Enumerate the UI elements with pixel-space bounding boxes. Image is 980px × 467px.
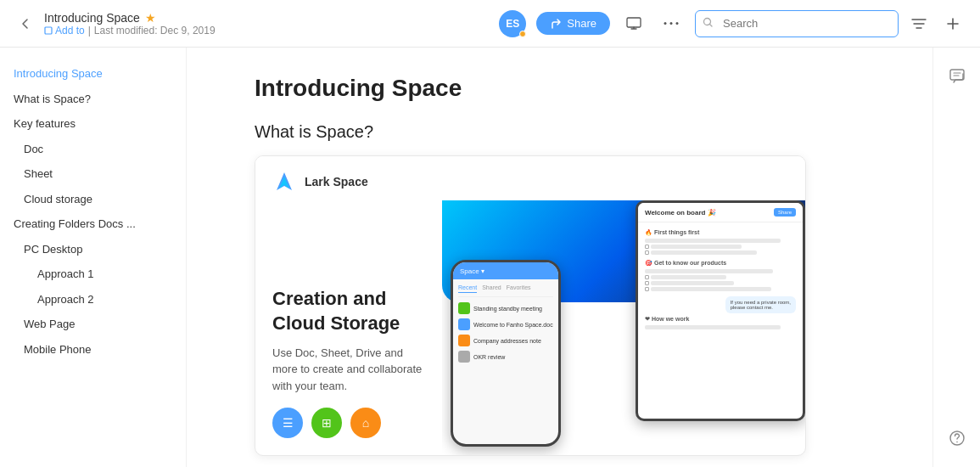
main-content: Introducing Space What is Space? Lark Sp… [187, 48, 932, 467]
comment-button[interactable] [942, 61, 972, 92]
doc-icon[interactable]: ☰ [272, 408, 303, 438]
star-icon[interactable]: ★ [145, 11, 156, 25]
tablet-actions: Share [774, 208, 796, 217]
phone-row-4: OKR review [458, 351, 553, 363]
tablet-line-s2-3 [651, 287, 771, 291]
phone-mockup: Space ▾ Recent Shared Favorites [451, 260, 561, 447]
add-to-link[interactable]: Add to [44, 25, 85, 37]
tablet-mockup: Welcome on board 🎉 Share 🔥 First things … [636, 200, 805, 421]
page-body: Introducing Space What is Space? Key fea… [0, 48, 980, 467]
tablet-action-btn: Share [774, 208, 796, 217]
search-icon [703, 17, 714, 31]
sidebar-item-approach-1[interactable]: Approach 1 [0, 262, 186, 287]
add-to-label: Add to [55, 25, 85, 37]
tablet-bubble-area: If you need a private room,please contac… [645, 296, 796, 316]
right-panel [932, 48, 980, 467]
phone-status-bar: Space ▾ [453, 262, 558, 279]
page-title: Introducing Space [255, 75, 865, 102]
svg-point-4 [676, 22, 679, 25]
topbar: Introducing Space ★ Add to | Last modifi… [0, 0, 980, 48]
doc-title-area: Introducing Space ★ Add to | Last modifi… [44, 11, 216, 37]
sidebar-item-sheet[interactable]: Sheet [0, 161, 186, 187]
sidebar-item-introducing-space[interactable]: Introducing Space [0, 61, 186, 87]
svg-point-2 [664, 22, 667, 25]
tablet-line-s3 [645, 325, 781, 329]
search-input[interactable] [695, 10, 899, 37]
sidebar: Introducing Space What is Space? Key fea… [0, 48, 187, 467]
search-container [695, 10, 899, 37]
card-icons-row: ☰ ⊞ ⌂ [272, 394, 425, 438]
topbar-right [695, 10, 966, 37]
phone-row-1: Standing standby meeting [458, 302, 553, 314]
card-preview: Lark Space Creation and Cloud Storage Us… [255, 155, 806, 456]
sidebar-item-creating-folders[interactable]: Creating Folders Docs ... [0, 211, 186, 237]
sidebar-item-cloud-storage[interactable]: Cloud storage [0, 187, 186, 212]
topbar-center: ES Share [499, 10, 685, 37]
tablet-bubble: If you need a private room,please contac… [725, 296, 796, 313]
add-button[interactable] [939, 10, 966, 37]
sidebar-item-mobile-phone[interactable]: Mobile Phone [0, 337, 186, 363]
tablet-content: 🔥 First things first [638, 222, 803, 341]
svg-point-3 [670, 22, 673, 25]
drive-icon[interactable]: ⌂ [350, 408, 381, 438]
share-button[interactable]: Share [536, 12, 610, 35]
avatar[interactable]: ES [499, 10, 526, 37]
last-modified: Last modified: Dec 9, 2019 [94, 25, 216, 37]
sidebar-item-web-page[interactable]: Web Page [0, 312, 186, 337]
back-button[interactable] [14, 12, 37, 36]
doc-title: Introducing Space [44, 11, 140, 25]
card-header: Lark Space [255, 156, 805, 200]
tablet-line-s2-1 [651, 275, 726, 279]
phone-content: Recent Shared Favorites Standing standby… [453, 279, 558, 372]
sidebar-item-approach-2[interactable]: Approach 2 [0, 287, 186, 312]
card-brand: Lark Space [305, 175, 368, 188]
filter-button[interactable] [905, 10, 932, 37]
tablet-title: Welcome on board 🎉 [645, 209, 716, 217]
sheet-icon[interactable]: ⊞ [311, 408, 342, 438]
tablet-line-link [651, 245, 742, 249]
tablet-line-link2 [651, 250, 757, 255]
tablet-section-3: ❤ How we work [645, 316, 796, 329]
topbar-left: Introducing Space ★ Add to | Last modifi… [14, 11, 489, 37]
card-subtitle: Use Doc, Sheet, Drive and more to create… [272, 345, 425, 395]
svg-rect-0 [45, 27, 52, 34]
tablet-section-1: 🔥 First things first [645, 229, 796, 255]
avatar-dot [519, 31, 526, 37]
svg-point-15 [956, 442, 958, 443]
tablet-section-1-title: 🔥 First things first [645, 229, 796, 236]
phone-status-text: Space ▾ [460, 267, 484, 275]
sidebar-item-what-is-space[interactable]: What is Space? [0, 87, 186, 112]
card-title: Creation and Cloud Storage [272, 287, 425, 335]
card-left: Creation and Cloud Storage Use Doc, Shee… [255, 200, 442, 455]
share-label: Share [567, 17, 596, 30]
monitor-button[interactable] [620, 10, 647, 37]
lark-logo-icon [272, 170, 296, 194]
section-heading: What is Space? [255, 122, 865, 142]
phone-row-2: Welcome to Fanho Space.doc [458, 318, 553, 330]
tablet-line-s2-2 [651, 281, 734, 285]
card-right: Space ▾ Recent Shared Favorites [442, 200, 805, 455]
tablet-section-2: 🎯 Get to know our products [645, 260, 796, 291]
tablet-header: Welcome on board 🎉 Share [638, 203, 803, 222]
meta-separator: | [88, 25, 91, 37]
card-body: Creation and Cloud Storage Use Doc, Shee… [255, 200, 805, 455]
sidebar-item-doc[interactable]: Doc [0, 137, 186, 162]
sidebar-item-pc-desktop[interactable]: PC Desktop [0, 237, 186, 262]
tablet-line-s2 [645, 269, 773, 273]
more-button[interactable] [658, 10, 685, 37]
sidebar-item-key-features[interactable]: Key features [0, 111, 186, 137]
tablet-section-3-title: ❤ How we work [645, 316, 796, 323]
doc-meta: Add to | Last modified: Dec 9, 2019 [44, 25, 216, 37]
svg-rect-1 [627, 18, 641, 27]
tablet-line [645, 239, 781, 243]
svg-rect-11 [950, 70, 964, 80]
help-button[interactable] [942, 423, 972, 453]
phone-row-3: Company addresses note [458, 335, 553, 346]
tablet-section-2-title: 🎯 Get to know our products [645, 260, 796, 267]
